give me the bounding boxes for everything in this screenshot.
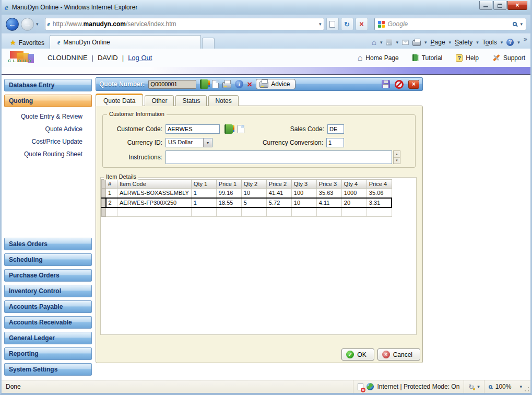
logout-link[interactable]: Log Out xyxy=(128,54,152,62)
sidebar-item-database-entry[interactable]: Database Entry xyxy=(4,79,92,91)
cell[interactable] xyxy=(216,207,241,217)
cell[interactable]: 4.11 xyxy=(316,198,341,207)
cell[interactable]: 1000 xyxy=(341,189,367,198)
help-link[interactable]: ? Help xyxy=(456,54,479,62)
column-header[interactable]: Price 2 xyxy=(266,180,291,189)
print-quote-icon[interactable] xyxy=(222,82,231,88)
zoom-level[interactable]: 100% xyxy=(495,383,512,390)
cell[interactable]: 10 xyxy=(291,198,316,207)
sidebar-section[interactable]: Purchase Orders xyxy=(4,269,92,282)
rss-icon[interactable] xyxy=(386,39,392,45)
mail-icon[interactable] xyxy=(402,40,409,45)
cell[interactable]: 1 xyxy=(191,198,216,207)
sales-code-input[interactable] xyxy=(327,124,344,134)
sidebar-section[interactable]: Inventory Control xyxy=(4,285,92,297)
compatibility-button[interactable] xyxy=(326,18,339,30)
new-document-icon[interactable] xyxy=(212,80,219,88)
ok-button[interactable]: ✓ OK xyxy=(341,348,374,361)
spinner-up-icon[interactable]: ▲ xyxy=(394,151,400,158)
search-box[interactable]: Google ▾ xyxy=(374,18,526,30)
zoom-icon[interactable] xyxy=(489,385,492,389)
cell[interactable]: 5 xyxy=(241,198,266,207)
cell[interactable]: 10 xyxy=(241,189,266,198)
cell[interactable] xyxy=(266,207,291,217)
cell[interactable] xyxy=(191,207,216,217)
table-row[interactable]: 2AERWES-FP300X250118.5555.72104.11203.31 xyxy=(102,198,392,207)
tab-notes[interactable]: Notes xyxy=(208,95,238,106)
tab-quote-data[interactable]: Quote Data xyxy=(96,94,143,106)
forward-button[interactable]: → xyxy=(21,18,34,31)
history-dropdown[interactable]: ▾ xyxy=(36,21,39,27)
back-button[interactable]: ← xyxy=(6,18,19,31)
cancel-button[interactable]: × Cancel xyxy=(377,348,420,361)
close-button[interactable]: × xyxy=(507,1,527,10)
column-header[interactable]: Price 3 xyxy=(316,180,341,189)
sidebar-subitem[interactable]: Quote Entry & Review xyxy=(2,110,94,123)
cell[interactable] xyxy=(291,207,316,217)
save-icon[interactable] xyxy=(382,80,390,88)
print-icon[interactable] xyxy=(412,40,421,46)
sidebar-section[interactable]: Reporting xyxy=(4,347,92,360)
sidebar-section[interactable]: Accounts Payable xyxy=(4,300,92,313)
tutorial-link[interactable]: Tutorial xyxy=(412,54,443,62)
sidebar-subitem[interactable]: Quote Advice xyxy=(2,123,94,135)
customer-document-icon[interactable] xyxy=(238,125,244,133)
row-selector[interactable] xyxy=(102,189,106,198)
resize-grip[interactable] xyxy=(524,387,529,392)
currency-conversion-input[interactable] xyxy=(326,138,344,147)
help-dropdown[interactable]: ▾ xyxy=(517,40,520,45)
tab-other[interactable]: Other xyxy=(145,95,174,106)
home-page-link[interactable]: ⌂ Home Page xyxy=(358,54,399,62)
cell[interactable]: 99.16 xyxy=(216,189,241,198)
info-icon[interactable]: i xyxy=(235,80,243,88)
cell[interactable]: 100 xyxy=(291,189,316,198)
browser-tab[interactable]: e ManuDyn Online xyxy=(50,35,201,49)
column-header[interactable]: Price 4 xyxy=(367,180,392,189)
cell[interactable]: AERWES-FP300X250 xyxy=(117,198,192,207)
advice-button[interactable]: Advice xyxy=(256,79,295,89)
search-input[interactable]: Google xyxy=(388,20,510,28)
cell[interactable] xyxy=(106,207,117,217)
sidebar-subitem[interactable]: Cost/Price Update xyxy=(2,135,94,148)
cell[interactable]: 5.72 xyxy=(266,198,291,207)
help-icon[interactable]: ? xyxy=(506,39,514,46)
minimize-button[interactable] xyxy=(479,1,492,10)
close-form-button[interactable]: × xyxy=(408,80,419,89)
cell[interactable] xyxy=(316,207,341,217)
home-icon[interactable]: ⌂ xyxy=(372,38,376,46)
customer-lookup-icon[interactable] xyxy=(224,124,233,134)
cell[interactable] xyxy=(367,207,392,217)
address-dropdown[interactable]: ▾ xyxy=(319,21,322,27)
row-selector[interactable] xyxy=(102,198,106,207)
address-field[interactable]: e http://www.manudyn.com/service/index.h… xyxy=(45,18,324,30)
maximize-button[interactable] xyxy=(493,1,506,10)
page-error-icon[interactable] xyxy=(358,384,363,390)
cell[interactable]: 2 xyxy=(106,198,117,207)
column-header[interactable]: Item Code xyxy=(117,180,192,189)
instructions-spinner[interactable]: ▲ ▼ xyxy=(393,150,400,164)
cell[interactable]: 1 xyxy=(191,189,216,198)
cell[interactable] xyxy=(117,207,192,217)
safety-menu[interactable]: Safety xyxy=(455,39,472,46)
delete-icon[interactable]: × xyxy=(247,80,252,89)
new-tab-button[interactable] xyxy=(202,38,215,49)
tab-status[interactable]: Status xyxy=(175,95,207,106)
cell[interactable]: AERWES-BOXASSEMBLY xyxy=(117,189,192,198)
cell[interactable] xyxy=(341,207,367,217)
search-dropdown[interactable]: ▾ xyxy=(520,21,523,27)
customer-code-input[interactable] xyxy=(165,124,220,134)
sidebar-item-quoting[interactable]: Quoting xyxy=(4,95,92,107)
print-dropdown[interactable]: ▾ xyxy=(424,40,427,45)
favorites-button[interactable]: ★ Favorites xyxy=(5,37,50,49)
refresh-button[interactable]: ↻ xyxy=(341,18,353,30)
table-row[interactable]: 1AERWES-BOXASSEMBLY199.161041.4110035.63… xyxy=(102,189,392,198)
cell[interactable]: 35.06 xyxy=(367,189,392,198)
rss-dropdown[interactable]: ▾ xyxy=(396,40,398,45)
quote-number-input[interactable] xyxy=(148,80,196,89)
sidebar-section[interactable]: Scheduling xyxy=(4,253,92,266)
page-dropdown[interactable]: ▾ xyxy=(449,40,452,45)
tools-dropdown[interactable]: ▾ xyxy=(501,40,503,45)
cell[interactable]: 18.55 xyxy=(216,198,241,207)
search-icon[interactable] xyxy=(513,22,517,26)
currency-id-select[interactable]: US Dollar ▾ xyxy=(165,138,212,147)
